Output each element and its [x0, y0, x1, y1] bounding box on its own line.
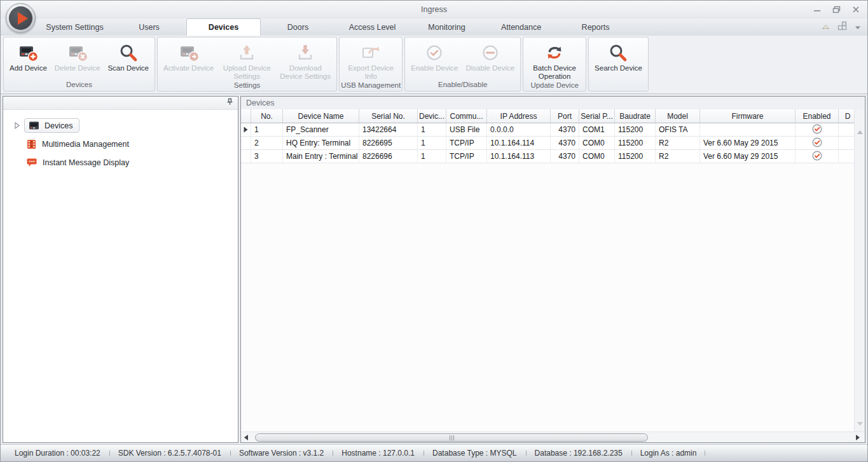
search-device-button[interactable]: Search Device: [591, 39, 646, 91]
ribbon-button-label: Upload Device Settings: [221, 64, 272, 81]
title-bar: Ingress: [1, 1, 867, 18]
table-row[interactable]: 2HQ Entry: Terminal82266951TCP/IP10.1.16…: [241, 137, 854, 150]
cell-firmware: Ver 6.60 May 29 2015: [700, 150, 796, 163]
window-controls: [813, 1, 860, 18]
column-header-devic[interactable]: Devic...: [418, 109, 446, 123]
scroll-down-icon[interactable]: [857, 418, 864, 429]
batch-device-operation-button[interactable]: Batch Device Operation: [525, 39, 584, 81]
tab-system-settings[interactable]: System Settings: [38, 18, 112, 36]
ribbon-button-label: Batch Device Operation: [529, 64, 580, 81]
row-selector-cell: [241, 150, 251, 163]
tab-monitoring[interactable]: Monitoring: [410, 18, 484, 36]
tab-attendance[interactable]: Attendance: [484, 18, 558, 36]
cell-commu: TCP/IP: [446, 150, 487, 163]
cell-serial-no: 8226695: [359, 137, 418, 149]
cell-ip-address: 10.1.164.114: [487, 137, 551, 149]
scroll-right-icon[interactable]: [853, 434, 863, 441]
activate-device-icon: [179, 41, 199, 64]
horizontal-scrollbar[interactable]: [241, 431, 865, 442]
vertical-scrollbar[interactable]: [854, 109, 865, 431]
table-row[interactable]: 3Main Entry : Terminal82266961TCP/IP10.1…: [241, 150, 854, 163]
mini-dropdown-icon[interactable]: [855, 22, 861, 33]
tab-doors[interactable]: Doors: [261, 18, 335, 36]
minimize-button[interactable]: [813, 6, 821, 13]
column-header-baudrate[interactable]: Baudrate: [615, 109, 656, 123]
cell-firmware: [700, 123, 796, 136]
cell-ip-address: 10.1.164.113: [487, 150, 551, 163]
app-menu-button[interactable]: [6, 3, 36, 33]
pin-icon[interactable]: [226, 97, 233, 109]
column-header-device-name[interactable]: Device Name: [283, 109, 359, 123]
tab-access-level[interactable]: Access Level: [335, 18, 410, 36]
device-tree: DevicesMultimedia ManagementInstant Mess…: [3, 110, 238, 172]
scroll-left-icon[interactable]: [241, 434, 251, 441]
tab-users[interactable]: Users: [112, 18, 186, 36]
layout-grid-icon[interactable]: [837, 21, 848, 33]
upload-device-settings-icon: [237, 41, 257, 64]
collapse-ribbon-icon[interactable]: [821, 22, 830, 33]
table-header-row: No.Device NameSerial No.Devic...Commu...…: [241, 109, 854, 123]
cell-model: R2: [656, 150, 700, 163]
row-selector-cell: [241, 123, 251, 136]
delete-device-button: Delete Device: [51, 39, 104, 80]
table-row[interactable]: 1FP_Scanner134226641USB File0.0.0.04370C…: [241, 123, 854, 137]
batch-device-operation-icon: [544, 41, 565, 64]
cell-port: 4370: [551, 123, 579, 136]
column-header-serial-no[interactable]: Serial No.: [359, 109, 418, 123]
sidebar-item-instant-message-display[interactable]: Instant Message Display: [15, 153, 238, 172]
sidebar-item-devices[interactable]: Devices: [15, 116, 238, 135]
cell-serial-p: COM0: [579, 137, 615, 149]
column-header-firmware[interactable]: Firmware: [700, 109, 796, 123]
cell-serial-no: 13422664: [359, 123, 418, 136]
tab-devices[interactable]: Devices: [186, 18, 261, 36]
cell-device-name: FP_Scanner: [283, 123, 359, 136]
column-header-no[interactable]: No.: [251, 109, 283, 123]
activate-device-button: Activate Device: [160, 39, 217, 81]
cell-enabled: [796, 150, 839, 163]
close-button[interactable]: [852, 6, 860, 13]
sidebar-item-multimedia-management[interactable]: Multimedia Management: [15, 135, 238, 153]
expand-arrow-icon[interactable]: [15, 122, 21, 129]
add-device-button[interactable]: Add Device: [6, 39, 51, 80]
column-header-serial-p[interactable]: Serial P...: [579, 109, 615, 123]
scan-device-icon: [119, 41, 138, 64]
scrollbar-thumb[interactable]: [255, 433, 648, 442]
cell-no: 1: [251, 123, 283, 136]
cell-d: [839, 137, 854, 149]
upload-device-settings-button: Upload Device Settings: [217, 39, 276, 81]
cell-serial-p: COM0: [579, 150, 615, 163]
cell-serial-p: COM1: [579, 123, 615, 136]
ribbon-toolbar: Add DeviceDelete DeviceScan DeviceDevice…: [1, 36, 867, 94]
download-device-settings-button: Download Device Settings: [276, 39, 334, 81]
cell-model: OFIS TA: [656, 123, 700, 136]
scroll-up-icon[interactable]: [857, 126, 864, 137]
ribbon-group-search-device: Search Device: [588, 37, 649, 92]
enabled-check-icon: [812, 124, 822, 136]
column-header-port[interactable]: Port: [551, 109, 579, 123]
tab-reports[interactable]: Reports: [558, 18, 633, 36]
cell-serial-no: 8226696: [359, 150, 418, 163]
column-header-d[interactable]: D: [839, 109, 854, 123]
tree-item-label: Multimedia Management: [42, 140, 129, 149]
column-header-model[interactable]: Model: [656, 109, 700, 123]
sidebar-header: [3, 97, 238, 110]
tree-node: Instant Message Display: [27, 158, 129, 167]
device-table-wrap: No.Device NameSerial No.Devic...Commu...…: [241, 109, 865, 431]
status-database: Database : 192.168.2.235: [526, 449, 631, 458]
column-header-enabled[interactable]: Enabled: [796, 109, 839, 123]
add-device-icon: [18, 41, 38, 64]
scan-device-button[interactable]: Scan Device: [104, 39, 153, 80]
ribbon-group-devices: Add DeviceDelete DeviceScan DeviceDevice…: [3, 37, 155, 92]
ribbon-mini-toolbar: [821, 21, 861, 33]
multimedia-icon: [27, 139, 36, 149]
tree-node: Multimedia Management: [27, 139, 129, 149]
delete-device-icon: [67, 41, 88, 64]
status-login-duration: Login Duration : 00:03:22: [6, 449, 109, 458]
column-header-ip-address[interactable]: IP Address: [487, 109, 551, 123]
restore-button[interactable]: [832, 6, 841, 13]
enable-device-icon: [425, 41, 444, 64]
status-bar: Login Duration : 00:03:22SDK Version : 6…: [1, 444, 867, 461]
column-header-commu[interactable]: Commu...: [446, 109, 487, 123]
cell-d: [839, 123, 854, 136]
status-database-type: Database Type : MYSQL: [424, 449, 526, 458]
